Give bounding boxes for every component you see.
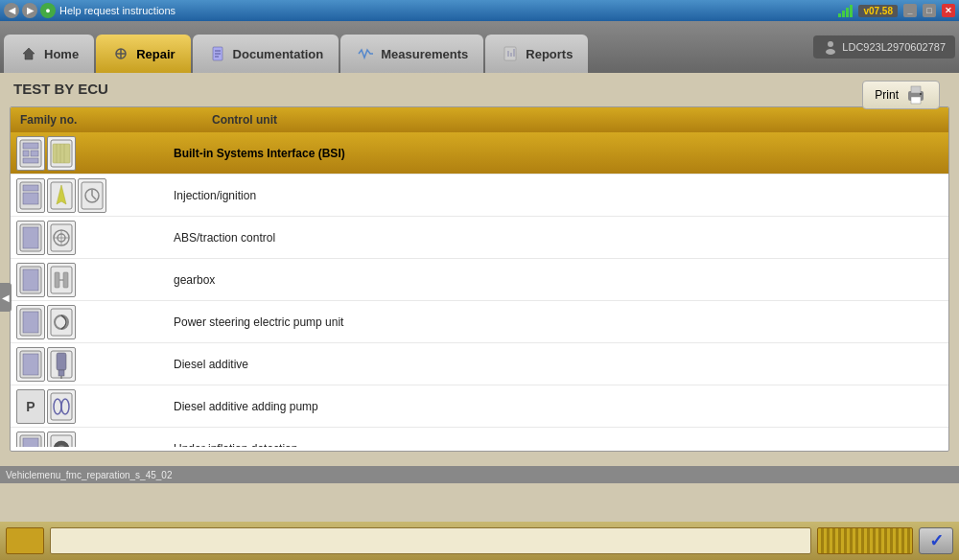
maximize-button[interactable]: □ [923, 4, 936, 17]
row-icons [11, 261, 164, 299]
table-body[interactable]: Built-in Systems Interface (BSI) [11, 132, 948, 447]
statusbar: Vehiclemenu_fmc_reparation_s_45_02 [0, 466, 959, 483]
tab-repair[interactable]: Repair [96, 35, 190, 73]
bottom-status-box [6, 527, 44, 554]
titlebar: ◀ ▶ ● Help request instructions v07.58 _… [0, 0, 959, 21]
ecu-icon-secondary [47, 263, 76, 297]
svg-rect-55 [23, 354, 38, 375]
row-icons [11, 134, 164, 173]
table-row[interactable]: ABS/traction control [11, 217, 948, 259]
ecu-icon-main [16, 263, 45, 297]
section-title: TEST BY ECU [10, 81, 949, 97]
svg-rect-10 [510, 53, 512, 57]
bar1 [838, 13, 841, 17]
ecu-icon-coil [47, 389, 76, 424]
user-id-label: LDC923L2970602787 [842, 41, 946, 53]
minimize-button[interactable]: _ [903, 4, 917, 17]
bar4 [850, 5, 853, 17]
row-icons: P [11, 387, 164, 426]
svg-rect-19 [23, 143, 38, 149]
svg-rect-48 [63, 272, 68, 288]
ecu-icon-main [16, 221, 45, 255]
svg-rect-58 [58, 370, 64, 376]
svg-rect-15 [911, 86, 921, 93]
printer-icon [904, 85, 927, 105]
table-row[interactable]: Under inflation detection [11, 428, 948, 447]
tab-home-label: Home [44, 47, 79, 61]
bottombar: ✓ [0, 522, 959, 560]
side-arrow[interactable]: ◀ [0, 283, 12, 312]
svg-rect-22 [23, 158, 38, 163]
doc-icon [208, 44, 227, 63]
green-icon: ● [40, 3, 56, 18]
main-area: ◀ Print TEST BY ECU Family no. Control u… [0, 73, 959, 522]
row-label: Power steering electric pump unit [164, 315, 948, 329]
titlebar-title: Help request instructions [59, 5, 175, 16]
svg-rect-29 [23, 185, 38, 191]
table-row[interactable]: P Diesel additive adding pump [11, 385, 948, 428]
print-button[interactable]: Print [862, 81, 940, 109]
svg-rect-24 [53, 144, 70, 163]
svg-rect-16 [911, 97, 921, 104]
tab-home[interactable]: Home [4, 35, 94, 73]
ecu-icon-tire [47, 432, 76, 448]
row-icons [11, 176, 164, 215]
svg-marker-0 [23, 48, 35, 59]
svg-point-13 [826, 49, 835, 55]
ecu-icon-main [16, 432, 45, 448]
bottom-stripe [817, 527, 913, 554]
ecu-icon-main [16, 305, 45, 339]
row-icons [11, 303, 164, 341]
table-row[interactable]: gearbox [11, 259, 948, 301]
ecu-icon-secondary [47, 347, 76, 382]
bottom-input[interactable] [50, 527, 811, 554]
signal-bars [838, 5, 853, 17]
bar3 [846, 8, 849, 17]
table-row[interactable]: Power steering electric pump unit [11, 301, 948, 343]
svg-rect-38 [23, 227, 38, 248]
svg-rect-45 [23, 269, 38, 291]
tab-measurements[interactable]: Measurements [340, 35, 483, 73]
tab-reports-label: Reports [526, 47, 573, 61]
tab-documentation[interactable]: Documentation [193, 35, 339, 73]
user-icon [823, 39, 838, 55]
tab-repair-label: Repair [136, 47, 175, 61]
svg-point-12 [828, 41, 833, 47]
table-header: Family no. Control unit [11, 107, 948, 132]
close-button[interactable]: ✕ [942, 4, 955, 17]
titlebar-left: ◀ ▶ ● Help request instructions [4, 3, 175, 18]
table-row[interactable]: Injection/ignition [11, 175, 948, 217]
ecu-icon-third [78, 178, 106, 213]
svg-rect-11 [513, 49, 515, 57]
tab-measurements-label: Measurements [381, 47, 468, 61]
tab-reports[interactable]: Reports [485, 35, 588, 73]
table-row[interactable]: Built-in Systems Interface (BSI) [11, 132, 948, 175]
ecu-table: Family no. Control unit [10, 106, 949, 452]
ecu-icon-p: P [16, 389, 45, 424]
version-badge: v07.58 [858, 5, 898, 17]
check-button[interactable]: ✓ [919, 527, 953, 554]
ecu-icon-secondary [47, 221, 76, 255]
svg-rect-30 [23, 193, 38, 204]
ecu-icon-main [16, 347, 45, 382]
ecu-icon-main [16, 178, 45, 213]
bar2 [842, 11, 845, 17]
row-icons [11, 219, 164, 257]
home-icon [19, 44, 38, 63]
print-label: Print [875, 88, 899, 102]
back-icon[interactable]: ◀ [4, 3, 19, 18]
ecu-icon-main [16, 136, 45, 171]
fwd-icon[interactable]: ▶ [22, 3, 37, 18]
user-id: LDC923L2970602787 [813, 35, 955, 58]
titlebar-icons-left: ◀ ▶ ● [4, 3, 56, 18]
row-icons [11, 430, 164, 448]
row-label: Under inflation detection [164, 442, 948, 448]
row-label: Diesel additive [164, 358, 948, 371]
table-row[interactable]: Diesel additive [11, 343, 948, 385]
row-label: Diesel additive adding pump [164, 400, 948, 413]
ecu-icon-secondary [47, 136, 76, 171]
svg-rect-47 [55, 272, 59, 288]
repair-icon [111, 44, 130, 63]
row-icons [11, 345, 164, 384]
svg-rect-21 [31, 151, 38, 156]
